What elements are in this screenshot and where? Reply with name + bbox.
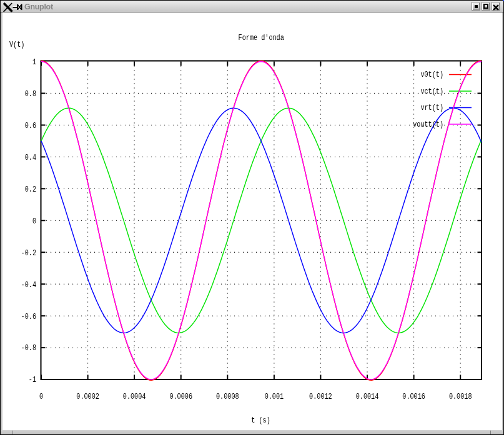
svg-text:0: 0 (39, 392, 43, 401)
svg-text:vct(t): vct(t) (420, 87, 443, 96)
svg-text:-1: -1 (29, 375, 36, 384)
svg-text:-0.2: -0.2 (21, 248, 36, 258)
svg-text:-0.6: -0.6 (21, 312, 36, 321)
svg-text:0.0004: 0.0004 (123, 392, 146, 401)
svg-text:0.6: 0.6 (25, 121, 36, 130)
svg-text:0.0014: 0.0014 (356, 392, 379, 401)
svg-text:v0t(t): v0t(t) (420, 70, 443, 79)
svg-text:0.8: 0.8 (25, 89, 36, 99)
svg-text:0.001: 0.001 (265, 392, 284, 401)
svg-text:1: 1 (32, 57, 36, 67)
svg-text:0.2: 0.2 (25, 185, 36, 194)
svg-text:0.0018: 0.0018 (449, 392, 472, 401)
svg-text:voutt(t): voutt(t) (413, 120, 443, 129)
svg-text:0: 0 (32, 217, 36, 226)
svg-text:0.0006: 0.0006 (169, 392, 192, 401)
svg-text:0.0016: 0.0016 (402, 392, 425, 401)
svg-text:t (s): t (s) (251, 416, 270, 425)
svg-text:0.4: 0.4 (25, 153, 36, 162)
svg-text:0.0002: 0.0002 (76, 392, 99, 401)
svg-text:0.0012: 0.0012 (309, 392, 332, 401)
svg-text:V(t): V(t) (9, 40, 24, 49)
svg-text:Forme d'onda: Forme d'onda (239, 33, 284, 42)
svg-text:-0.4: -0.4 (21, 280, 37, 290)
svg-text:vrt(t): vrt(t) (420, 103, 443, 112)
svg-text:0.0008: 0.0008 (216, 392, 239, 401)
svg-text:-0.8: -0.8 (21, 343, 36, 353)
